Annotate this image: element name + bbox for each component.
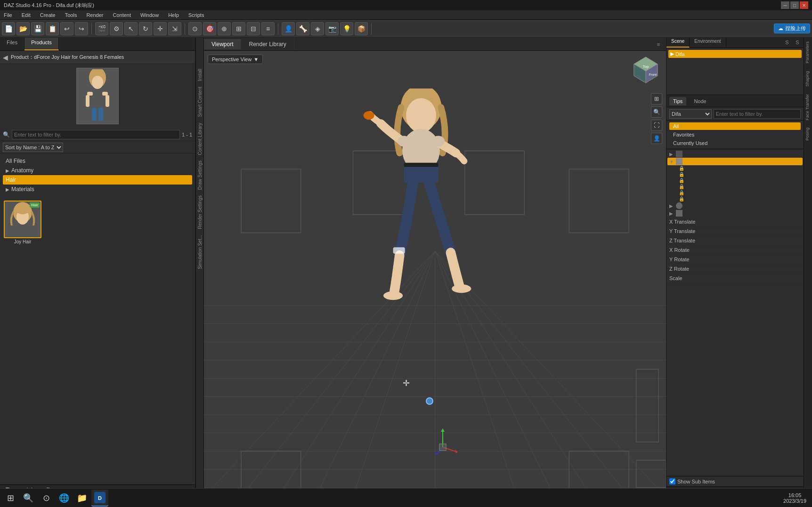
scene-item-icon: ▶ bbox=[670, 51, 674, 57]
rvtab-posing[interactable]: Posing bbox=[804, 124, 812, 145]
figure-button[interactable]: 👤 bbox=[651, 133, 662, 144]
menu-render[interactable]: Render bbox=[84, 11, 105, 19]
maximize-button[interactable]: □ bbox=[790, 1, 799, 9]
cat-anatomy[interactable]: ▶ Anatomy bbox=[3, 166, 192, 175]
scene-vis-button[interactable]: S bbox=[793, 38, 802, 47]
menu-edit[interactable]: Edit bbox=[20, 11, 32, 19]
tab-products[interactable]: Products bbox=[24, 38, 58, 50]
content-grid: Hair Joy Hair bbox=[0, 197, 195, 248]
param-sub-3[interactable]: 🔒 bbox=[677, 177, 803, 184]
content-item-joy-hair[interactable]: Hair Joy Hair bbox=[4, 201, 41, 244]
tool-5[interactable]: ⊟ bbox=[247, 22, 260, 35]
menu-window[interactable]: Window bbox=[138, 11, 161, 19]
params-filter-input[interactable] bbox=[714, 109, 801, 119]
viewport-area: Viewport Render Library ≡ bbox=[204, 38, 666, 497]
scene-options-button[interactable]: S bbox=[782, 38, 792, 47]
light-tool[interactable]: 💡 bbox=[340, 22, 353, 35]
task-daz[interactable]: D bbox=[91, 490, 108, 507]
menu-help[interactable]: Help bbox=[166, 11, 181, 19]
search-input[interactable] bbox=[12, 130, 180, 139]
perspective-view-selector[interactable]: Perspective View ▼ bbox=[208, 55, 263, 64]
viewport-options-button[interactable]: ≡ bbox=[654, 40, 663, 49]
cat-hair[interactable]: Hair bbox=[3, 175, 192, 185]
render-settings-button[interactable]: ⚙ bbox=[110, 22, 123, 35]
menu-file[interactable]: File bbox=[2, 11, 14, 19]
item-count: 1 - 1 bbox=[182, 132, 192, 137]
menu-scripts[interactable]: Scripts bbox=[187, 11, 206, 19]
filter-all[interactable]: All bbox=[669, 122, 801, 130]
menu-tools[interactable]: Tools bbox=[63, 11, 79, 19]
viewport[interactable]: Perspective View ▼ bbox=[204, 51, 666, 497]
select-tool[interactable]: ↖ bbox=[124, 22, 138, 35]
zoom-button[interactable]: 🔍 bbox=[651, 106, 662, 118]
tree-icon-1: ▶ bbox=[669, 152, 676, 157]
undo-button[interactable]: ↩ bbox=[60, 22, 73, 35]
task-cortana[interactable]: ⊙ bbox=[38, 490, 55, 507]
rvtab-parameters[interactable]: Parameters bbox=[804, 38, 812, 67]
camera-tool[interactable]: 📷 bbox=[325, 22, 339, 35]
y-translate-label: Y Translate bbox=[669, 228, 801, 234]
filter-pills: All Favorites Currently Used bbox=[666, 121, 804, 149]
cloud-upload-button[interactable]: ☁ 捏脸上传 bbox=[774, 24, 810, 33]
param-tree-node-2[interactable]: ▼ bbox=[667, 158, 803, 165]
param-x-translate: X Translate bbox=[667, 217, 803, 226]
tab-environment[interactable]: Environment bbox=[690, 38, 726, 48]
product-title: Product：dForce Joy Hair for Genesis 8 Fe… bbox=[11, 54, 124, 61]
param-sub-4[interactable]: 🔒 bbox=[677, 184, 803, 190]
fit-all-button[interactable]: ⊞ bbox=[651, 93, 662, 105]
task-folder[interactable]: 📁 bbox=[73, 490, 90, 507]
minimize-button[interactable]: ─ bbox=[781, 1, 789, 9]
task-ie[interactable]: 🌐 bbox=[56, 490, 73, 507]
close-button[interactable]: ✕ bbox=[800, 1, 808, 9]
scale-tool[interactable]: ⇲ bbox=[168, 22, 181, 35]
param-sub-2[interactable]: 🔒 bbox=[677, 171, 803, 177]
menu-content[interactable]: Content bbox=[111, 11, 133, 19]
tab-scene[interactable]: Scene bbox=[666, 38, 690, 48]
morph-tool[interactable]: ◈ bbox=[311, 22, 324, 35]
tab-tips[interactable]: Tips bbox=[669, 97, 686, 105]
task-search[interactable]: 🔍 bbox=[20, 490, 37, 507]
redo-button[interactable]: ↪ bbox=[75, 22, 88, 35]
rvtab-face-transfer[interactable]: Face Transfer bbox=[804, 90, 812, 124]
sort-select[interactable]: Sort by Name : A to Z Sort by Name : Z t… bbox=[3, 143, 63, 152]
tool-2[interactable]: 🎯 bbox=[203, 22, 216, 35]
tab-viewport[interactable]: Viewport bbox=[204, 39, 241, 49]
start-button[interactable]: ⊞ bbox=[2, 490, 19, 507]
tab-node[interactable]: Node bbox=[690, 97, 710, 105]
translate-tool[interactable]: ✛ bbox=[154, 22, 167, 35]
tool-1[interactable]: ⊙ bbox=[188, 22, 202, 35]
param-tree-node-4[interactable]: ▶ bbox=[667, 209, 803, 217]
filter-currently-used[interactable]: Currently Used bbox=[669, 139, 801, 147]
save-as-button[interactable]: 📋 bbox=[46, 22, 59, 35]
params-header: Difa bbox=[666, 107, 804, 121]
tool-3[interactable]: ⊕ bbox=[218, 22, 231, 35]
bone-tool[interactable]: 🦴 bbox=[296, 22, 309, 35]
render-button[interactable]: 🎬 bbox=[95, 22, 108, 35]
window-controls: ─ □ ✕ bbox=[781, 1, 808, 9]
cat-all-files[interactable]: All Files bbox=[3, 156, 192, 166]
maximize-viewport-button[interactable]: ⛶ bbox=[651, 120, 662, 131]
figure-tool[interactable]: 👤 bbox=[282, 22, 295, 35]
show-sub-checkbox[interactable] bbox=[669, 478, 675, 484]
rotate-tool[interactable]: ↻ bbox=[139, 22, 152, 35]
tool-4[interactable]: ⊞ bbox=[232, 22, 245, 35]
params-object-select[interactable]: Difa bbox=[669, 109, 712, 119]
open-file-button[interactable]: 📂 bbox=[16, 22, 30, 35]
param-sub-6[interactable]: 🔒 bbox=[677, 196, 803, 202]
param-tree-node-3[interactable]: ▶ bbox=[667, 202, 803, 209]
simulation-settings-label: Simulation Set... bbox=[196, 232, 203, 272]
param-sub-1[interactable]: 🔒 bbox=[677, 165, 803, 171]
tab-files[interactable]: Files bbox=[0, 38, 24, 50]
param-sub-5[interactable]: 🔒 bbox=[677, 190, 803, 196]
rvtab-shaping[interactable]: Shaping bbox=[804, 67, 812, 90]
new-file-button[interactable]: 📄 bbox=[2, 22, 15, 35]
cat-materials[interactable]: ▶ Materials bbox=[3, 185, 192, 194]
menu-create[interactable]: Create bbox=[38, 11, 57, 19]
filter-favorites[interactable]: Favorites bbox=[669, 131, 801, 138]
save-file-button[interactable]: 💾 bbox=[31, 22, 44, 35]
tab-render-library[interactable]: Render Library bbox=[241, 39, 294, 49]
prop-tool[interactable]: 📦 bbox=[355, 22, 368, 35]
tool-6[interactable]: ≡ bbox=[261, 22, 275, 35]
scene-item-difa[interactable]: ▶ Difa bbox=[668, 50, 802, 58]
back-button[interactable]: ◀ bbox=[3, 54, 8, 61]
